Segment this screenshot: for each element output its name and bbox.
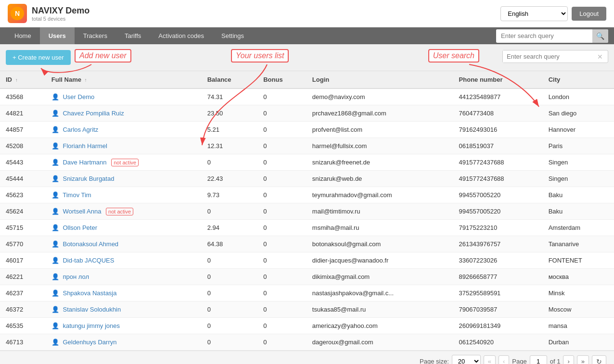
cell-id: 45443 [0,154,46,171]
language-select[interactable]: English Deutsch Русский [500,6,568,21]
col-fullname[interactable]: Full Name ↑ [46,71,202,88]
cell-phone: 260969181349 [453,318,543,334]
page-label: Page [512,358,526,364]
table-row[interactable]: 44857 👤 Carlos Agritz 5.21 0 profvent@li… [0,122,614,138]
col-bonus[interactable]: Bonus [257,71,307,88]
cell-login: snizaruk@freenet.de [307,154,453,171]
cell-city: San diego [543,105,614,122]
user-name[interactable]: User Demo [63,93,94,100]
cell-phone: 261343976757 [453,236,543,252]
user-search-input[interactable] [503,50,594,63]
user-name[interactable]: Geldenhuys Darryn [63,339,116,346]
cell-city: Baku [543,203,614,220]
create-new-user-button[interactable]: + Create new user [6,50,71,65]
user-name[interactable]: Botonaksoul Ahmed [63,240,118,248]
table-row[interactable]: 46713 👤 Geldenhuys Darryn 0 0 dageroux@g… [0,334,614,351]
cell-name: 👤 прон лол [46,269,202,285]
page-size-select[interactable]: 10 20 50 100 [452,355,481,364]
cell-id: 46535 [0,318,46,334]
table-row[interactable]: 45443 👤 Dave Hartmann not active 0 0 sni… [0,154,614,171]
app-info: NAVIXY Demo total 5 devices [32,6,90,22]
user-name[interactable]: прон лол [63,273,89,280]
nav-tab-users[interactable]: Users [40,27,75,44]
col-phone[interactable]: Phone number [453,71,543,88]
logo-area: N NAVIXY Demo total 5 devices [8,4,90,23]
cell-balance: 0 [202,269,257,285]
user-name[interactable]: Dave Hartmann [63,159,106,166]
table-row[interactable]: 45770 👤 Botonaksoul Ahmed 64.38 0 botona… [0,236,614,252]
nav-search-input[interactable] [496,29,592,42]
pagination-first-btn[interactable]: « [484,355,496,364]
user-icon: 👤 [51,93,59,100]
table-row[interactable]: 45624 👤 Wortsell Anna not active 0 0 mai… [0,203,614,220]
user-name[interactable]: Wortsell Anna [63,208,101,215]
user-icon: 👤 [51,191,59,199]
cell-phone: 375295589591 [453,285,543,301]
nav-tab-settings[interactable]: Settings [213,27,253,44]
user-search-clear-icon[interactable]: ✕ [594,51,606,63]
table-row[interactable]: 43568 👤 User Demo 74.31 0 demo@navixy.co… [0,88,614,105]
user-name[interactable]: Chavez Pompilia Ruiz [63,110,124,117]
cell-bonus: 0 [257,285,307,301]
nav-search-bar: 🔍 [496,29,608,43]
user-name[interactable]: Carlos Agritz [63,126,98,133]
pagination-prev-btn[interactable]: ‹ [499,355,509,364]
user-name[interactable]: Ollson Peter [63,224,97,231]
of-label: of 1 [550,358,561,364]
nav-tab-trackers[interactable]: Trackers [75,27,116,44]
annotation-user-search: User search [428,49,479,63]
user-icon: 👤 [51,110,59,117]
nav-search-icon[interactable]: 🔍 [592,29,608,43]
table-row[interactable]: 45444 👤 Snizaruk Burgatad 22.43 0 snizar… [0,171,614,187]
cell-phone: 79175223210 [453,220,543,236]
cell-phone: 0618519037 [453,138,543,154]
col-balance[interactable]: Balance [202,71,257,88]
pagination-next-btn[interactable]: › [563,355,574,364]
table-header-row: ID ↑ Full Name ↑ Balance Bonus Login Pho… [0,71,614,88]
table-row[interactable]: 46221 👤 прон лол 0 0 dikimixa@gmail.com … [0,269,614,285]
table-row[interactable]: 45623 👤 Timov Tim 9.73 0 teymurahmadov@g… [0,187,614,203]
user-name[interactable]: Florianh Harmel [63,142,107,150]
nav-tab-activation-codes[interactable]: Activation codes [150,27,213,44]
cell-id: 45770 [0,236,46,252]
cell-id: 45624 [0,203,46,220]
table-row[interactable]: 46017 👤 Did-tab JACQUES 0 0 didier-jacqu… [0,252,614,269]
cell-login: mail@timtimov.ru [307,203,453,220]
cell-city: Amsterdam [543,220,614,236]
nav-tab-home[interactable]: Home [6,27,40,44]
page-number-input[interactable] [530,355,547,364]
table-row[interactable]: 46372 👤 Stanislav Solodukhin 0 0 tsukasa… [0,301,614,318]
cell-phone: 441235489877 [453,88,543,105]
user-name[interactable]: Shpakova Nastasja [63,289,116,297]
user-name[interactable]: Timov Tim [63,191,91,199]
nav-bar: Home Users Trackers Tariffs Activation c… [0,27,614,44]
user-icon: 👤 [51,142,59,150]
nav-tab-tariffs[interactable]: Tariffs [116,27,150,44]
col-login[interactable]: Login [307,71,453,88]
col-city[interactable]: City [543,71,614,88]
table-row[interactable]: 46535 👤 katungu jimmy jones 0 0 americaz… [0,318,614,334]
user-name[interactable]: Did-tab JACQUES [63,257,114,264]
table-row[interactable]: 45715 👤 Ollson Peter 2.94 0 msmiha@mail.… [0,220,614,236]
logout-button[interactable]: Logout [572,7,606,21]
cell-login: msmiha@mail.ru [307,220,453,236]
cell-bonus: 0 [257,105,307,122]
cell-login: profvent@list.com [307,122,453,138]
table-row[interactable]: 45208 👤 Florianh Harmel 12.31 0 harmel@f… [0,138,614,154]
cell-name: 👤 Snizaruk Burgatad [46,171,202,187]
user-icon: 👤 [51,306,59,313]
cell-login: didier-jacques@wanadoo.fr [307,252,453,269]
table-row[interactable]: 46237 👤 Shpakova Nastasja 0 0 nastasjash… [0,285,614,301]
cell-id: 45208 [0,138,46,154]
user-name[interactable]: Snizaruk Burgatad [63,175,114,182]
user-name[interactable]: katungu jimmy jones [63,322,120,329]
table-row[interactable]: 44821 👤 Chavez Pompilia Ruiz 23.50 0 prc… [0,105,614,122]
pagination-refresh-btn[interactable]: ↻ [592,355,606,364]
user-name[interactable]: Stanislav Solodukhin [63,306,121,313]
col-id[interactable]: ID ↑ [0,71,46,88]
cell-balance: 0 [202,301,257,318]
cell-balance: 0 [202,154,257,171]
cell-name: 👤 Geldenhuys Darryn [46,334,202,351]
cell-city: Minsk [543,285,614,301]
pagination-last-btn[interactable]: » [577,355,589,364]
